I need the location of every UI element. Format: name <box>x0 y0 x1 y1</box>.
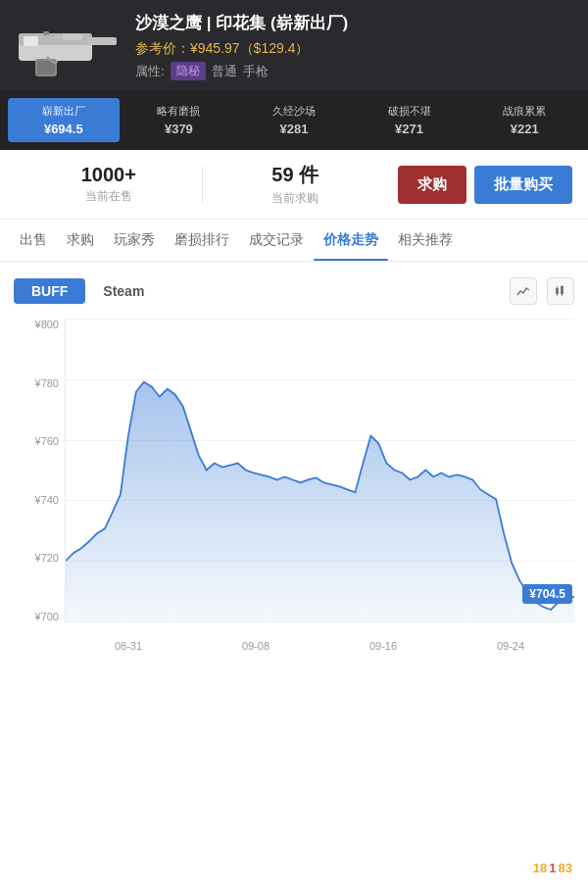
svg-rect-2 <box>87 37 117 45</box>
y-label-0: ¥800 <box>35 319 59 330</box>
candle-chart-icon <box>554 284 567 298</box>
nav-tabs: 出售 求购 玩家秀 磨损排行 成交记录 价格走势 相关推荐 <box>0 220 588 262</box>
ask-button[interactable]: 求购 <box>398 166 466 204</box>
condition-name-1: 略有磨损 <box>127 104 231 119</box>
condition-item-3[interactable]: 破损不堪 ¥271 <box>354 98 466 142</box>
x-label-1: 09-08 <box>192 640 319 652</box>
condition-price-4: ¥221 <box>472 122 576 136</box>
gun-image <box>14 12 122 80</box>
x-axis: 08-31 09-08 09-16 09-24 <box>65 624 574 654</box>
tab-price-trend[interactable]: 价格走势 <box>314 220 388 261</box>
condition-price-1: ¥379 <box>127 122 231 136</box>
condition-item-2[interactable]: 久经沙场 ¥281 <box>238 98 350 142</box>
stat-on-sale: 1000+ 当前在售 <box>16 164 202 205</box>
svg-rect-8 <box>63 34 82 40</box>
y-label-4: ¥720 <box>35 552 59 564</box>
y-label-2: ¥760 <box>35 435 59 447</box>
stats-row: 1000+ 当前在售 59 件 当前求购 求购 批量购买 <box>0 150 588 220</box>
price-chart-svg <box>66 319 574 621</box>
tab-ask[interactable]: 求购 <box>57 220 104 261</box>
chart-icon-candle[interactable] <box>547 277 574 305</box>
watermark-part1: 18 <box>533 861 547 875</box>
chart-section: BUFF Steam ¥800 <box>0 262 588 662</box>
tab-sell[interactable]: 出售 <box>10 220 57 261</box>
condition-name-3: 破损不堪 <box>358 104 462 119</box>
svg-rect-7 <box>24 36 38 46</box>
stat-wanted: 59 件 当前求购 <box>203 162 389 207</box>
attr-secret: 隐秘 <box>171 62 206 80</box>
svg-rect-5 <box>43 31 49 35</box>
price-tooltip: ¥704.5 <box>522 584 572 604</box>
chart-toggle: BUFF Steam <box>14 277 574 305</box>
header-section: 沙漠之鹰 | 印花集 (崭新出厂) 参考价：¥945.97（$129.4） 属性… <box>0 0 588 90</box>
condition-price-2: ¥281 <box>242 122 346 136</box>
condition-price-3: ¥271 <box>358 122 462 136</box>
toggle-steam[interactable]: Steam <box>85 278 162 304</box>
gun-title: 沙漠之鹰 | 印花集 (崭新出厂) <box>135 12 574 34</box>
y-axis: ¥800 ¥780 ¥760 ¥740 ¥720 ¥700 <box>14 319 65 622</box>
wanted-label: 当前求购 <box>203 190 389 207</box>
svg-rect-9 <box>556 288 559 294</box>
wanted-number: 59 件 <box>203 162 389 188</box>
condition-name-4: 战痕累累 <box>472 104 576 119</box>
gun-info: 沙漠之鹰 | 印花集 (崭新出厂) 参考价：¥945.97（$129.4） 属性… <box>135 12 574 80</box>
condition-item-0[interactable]: 崭新出厂 ¥694.5 <box>8 98 120 142</box>
tab-related[interactable]: 相关推荐 <box>388 220 463 261</box>
condition-item-4[interactable]: 战痕累累 ¥221 <box>468 98 580 142</box>
tab-showcase[interactable]: 玩家秀 <box>104 220 165 261</box>
tab-trade-record[interactable]: 成交记录 <box>239 220 314 261</box>
chart-icon-line[interactable] <box>510 277 537 305</box>
gun-ref-price: 参考价：¥945.97（$129.4） <box>135 40 574 58</box>
grid-line-5 <box>66 621 574 622</box>
svg-rect-4 <box>37 61 55 74</box>
watermark-part3: 83 <box>559 861 572 875</box>
attr-label: 属性: <box>135 63 165 80</box>
condition-name-0: 崭新出厂 <box>12 104 116 119</box>
line-chart-icon <box>516 284 530 298</box>
condition-name-2: 久经沙场 <box>242 104 346 119</box>
gun-attrs: 属性: 隐秘 普通 手枪 <box>135 62 574 80</box>
on-sale-label: 当前在售 <box>16 188 202 205</box>
y-label-3: ¥740 <box>35 494 59 506</box>
y-label-1: ¥780 <box>35 377 59 389</box>
bulk-buy-button[interactable]: 批量购买 <box>474 166 572 204</box>
chart-wrapper: ¥800 ¥780 ¥760 ¥740 ¥720 ¥700 <box>14 319 574 652</box>
y-label-5: ¥700 <box>35 611 59 622</box>
toggle-buff[interactable]: BUFF <box>14 278 85 304</box>
attr-type1: 普通 <box>212 63 237 80</box>
footer-watermark: 18 1 83 <box>533 861 572 875</box>
condition-price-0: ¥694.5 <box>12 122 116 136</box>
chart-area: ¥704.5 <box>65 319 574 622</box>
condition-bar: 崭新出厂 ¥694.5 略有磨损 ¥379 久经沙场 ¥281 破损不堪 ¥27… <box>0 90 588 150</box>
x-label-2: 09-16 <box>319 640 447 652</box>
condition-item-1[interactable]: 略有磨损 ¥379 <box>123 98 235 142</box>
watermark-part2: 1 <box>549 861 556 875</box>
chart-icons <box>510 277 574 305</box>
x-label-0: 08-31 <box>65 640 192 652</box>
tab-wear-rank[interactable]: 磨损排行 <box>165 220 239 261</box>
svg-rect-10 <box>561 286 564 294</box>
x-label-3: 09-24 <box>447 640 574 652</box>
on-sale-number: 1000+ <box>16 164 202 186</box>
attr-type2: 手枪 <box>243 63 269 80</box>
